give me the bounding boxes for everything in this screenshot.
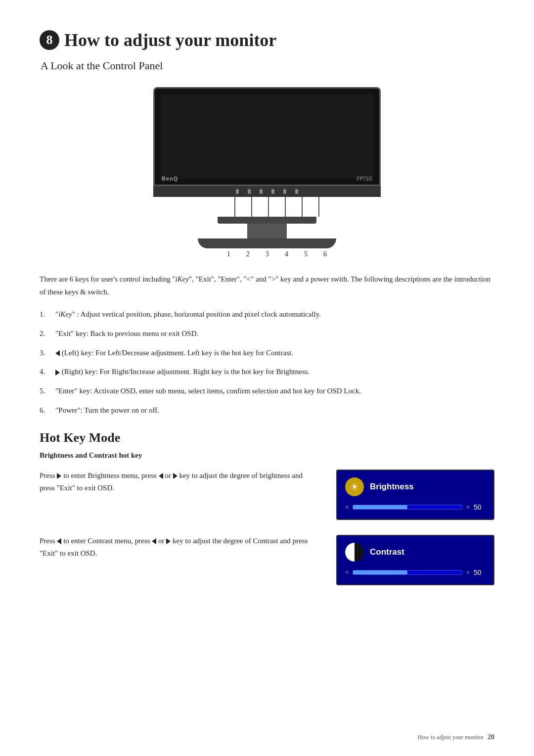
contrast-bar-fill bbox=[353, 570, 407, 574]
list-num-6: 6. bbox=[40, 404, 50, 417]
brightness-slider-row: < > 50 bbox=[345, 503, 486, 511]
brightness-bar bbox=[353, 505, 462, 510]
monitor-stand-mid bbox=[247, 224, 287, 238]
list-item: 5. "Enter" key: Activate OSD, enter sub … bbox=[40, 385, 494, 397]
monitor-btn-2 bbox=[248, 189, 251, 194]
page-footer: How to adjust your monitor 20 bbox=[418, 733, 494, 741]
key-descriptions-list: 1. "iKey" : Adjust vertical position, ph… bbox=[40, 308, 494, 417]
left-arrow-icon bbox=[152, 538, 156, 544]
list-item: 2. "Exit" key: Back to previous menu or … bbox=[40, 328, 494, 340]
btn-num-2: 2 bbox=[246, 250, 250, 258]
monitor-btn-4 bbox=[271, 189, 274, 194]
btn-num-5: 5 bbox=[304, 250, 308, 258]
osd-left-arrow: < bbox=[345, 503, 349, 511]
brightness-description: Press to enter Brightness menu, press or… bbox=[40, 470, 316, 495]
contrast-bar bbox=[353, 570, 462, 575]
btn-num-3: 3 bbox=[266, 250, 269, 258]
hot-key-title: Hot Key Mode bbox=[40, 430, 494, 445]
osd-contrast-box: Contrast < > 50 bbox=[336, 535, 494, 585]
right-arrow-icon bbox=[57, 473, 61, 479]
list-item: 6. "Power": Turn the power on or off. bbox=[40, 404, 494, 417]
monitor-diagram: BenQ FP71G 1 2 3 4 5 6 bbox=[148, 87, 386, 258]
osd-right-arrow: > bbox=[466, 568, 470, 576]
osd-brightness-box: ☀ Brightness < > 50 bbox=[336, 470, 494, 520]
footer-text: How to adjust your monitor bbox=[418, 734, 484, 741]
intro-paragraph: There are 6 keys for user's control incl… bbox=[40, 273, 494, 298]
list-text-2: "Exit" key: Back to previous menu or exi… bbox=[55, 328, 198, 340]
contrast-value: 50 bbox=[474, 568, 486, 576]
contrast-slider-row: < > 50 bbox=[345, 568, 486, 576]
monitor-screen bbox=[161, 94, 373, 179]
button-numbers: 1 2 3 4 5 6 bbox=[207, 250, 327, 258]
monitor-btn-1 bbox=[236, 189, 239, 194]
monitor-btn-5 bbox=[283, 189, 286, 194]
monitor-brand: BenQ bbox=[162, 176, 178, 182]
osd-contrast-header: Contrast bbox=[345, 543, 486, 562]
list-num-2: 2. bbox=[40, 328, 50, 340]
contrast-icon bbox=[345, 543, 364, 562]
brightness-icon: ☀ bbox=[345, 477, 364, 496]
list-text-1: "iKey" : Adjust vertical position, phase… bbox=[55, 308, 321, 321]
brightness-section: Press to enter Brightness menu, press or… bbox=[40, 470, 494, 520]
list-text-6: "Power": Turn the power on or off. bbox=[55, 404, 159, 417]
page-title: 8 How to adjust your monitor bbox=[40, 30, 494, 50]
osd-contrast-label: Contrast bbox=[370, 547, 404, 557]
page-number: 20 bbox=[488, 733, 494, 741]
monitor-btn-6 bbox=[295, 189, 298, 194]
list-num-1: 1. bbox=[40, 308, 50, 321]
osd-brightness-label: Brightness bbox=[370, 482, 414, 492]
monitor-btn-3 bbox=[260, 189, 263, 194]
list-item: 1. "iKey" : Adjust vertical position, ph… bbox=[40, 308, 494, 321]
contrast-section: Press to enter Contrast menu, press or k… bbox=[40, 535, 494, 585]
list-text-3: (Left) key: For Left/Decrease adjustment… bbox=[55, 347, 293, 359]
btn-num-6: 6 bbox=[323, 250, 327, 258]
hot-key-subtitle: Brightness and Contrast hot key bbox=[40, 451, 494, 460]
btn-num-1: 1 bbox=[227, 250, 230, 258]
brightness-bar-fill bbox=[353, 505, 407, 509]
list-text-4: (Right) key: For Right/Increase adjustme… bbox=[55, 366, 310, 378]
right-arrow-icon bbox=[55, 370, 60, 376]
connector-lines bbox=[153, 197, 381, 217]
list-text-5: "Enter" key: Activate OSD, enter sub men… bbox=[55, 385, 361, 397]
left-arrow-icon bbox=[159, 473, 163, 479]
section-subtitle: A Look at the Control Panel bbox=[41, 59, 494, 72]
title-text: How to adjust your monitor bbox=[64, 30, 276, 50]
monitor-model: FP71G bbox=[356, 176, 372, 182]
right-arrow-icon bbox=[173, 473, 178, 479]
btn-num-4: 4 bbox=[285, 250, 288, 258]
monitor-buttons-strip bbox=[153, 186, 381, 197]
osd-right-arrow: > bbox=[466, 503, 470, 511]
list-item: 3. (Left) key: For Left/Decrease adjustm… bbox=[40, 347, 494, 359]
right-arrow-icon bbox=[166, 538, 171, 544]
list-num-4: 4. bbox=[40, 366, 50, 378]
chapter-number: 8 bbox=[40, 30, 59, 50]
monitor-stand-top bbox=[218, 217, 316, 224]
contrast-description: Press to enter Contrast menu, press or k… bbox=[40, 535, 316, 560]
left-arrow-icon bbox=[57, 538, 61, 544]
list-item: 4. (Right) key: For Right/Increase adjus… bbox=[40, 366, 494, 378]
list-num-3: 3. bbox=[40, 347, 50, 359]
monitor-outer: BenQ FP71G bbox=[153, 87, 381, 186]
osd-brightness-header: ☀ Brightness bbox=[345, 477, 486, 496]
left-arrow-icon bbox=[55, 350, 60, 356]
brightness-value: 50 bbox=[474, 503, 486, 511]
monitor-stand-base bbox=[198, 238, 336, 248]
list-num-5: 5. bbox=[40, 385, 50, 397]
osd-left-arrow: < bbox=[345, 568, 349, 576]
